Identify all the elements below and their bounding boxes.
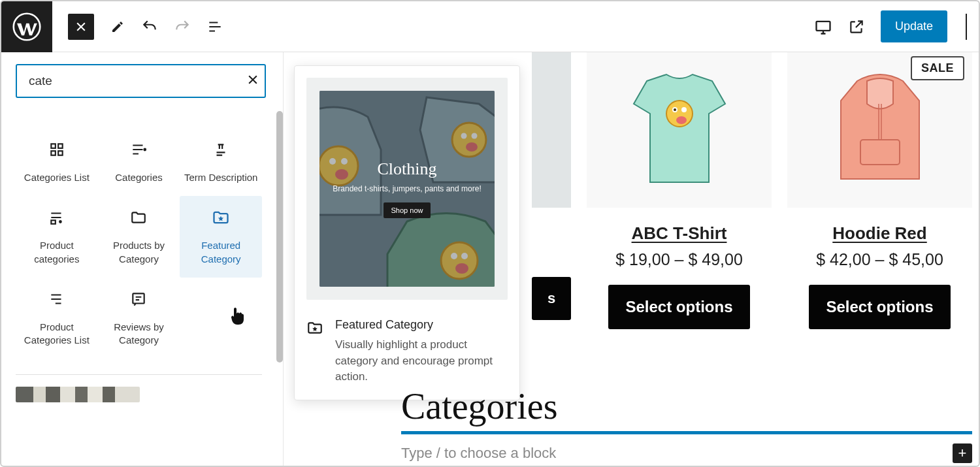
svg-point-12: [681, 107, 687, 112]
external-view-icon[interactable]: [848, 18, 865, 35]
inserter-scrollbar[interactable]: [276, 111, 283, 362]
preview-description: Visually highlight a product category an…: [335, 337, 508, 385]
toolbar-left: [52, 14, 223, 40]
document-outline-icon[interactable]: [206, 18, 223, 35]
featured-category-icon: [212, 205, 230, 230]
redo-icon[interactable]: [174, 18, 191, 35]
term-description-icon: [212, 137, 229, 162]
list-indent-icon: [48, 287, 65, 312]
svg-rect-4: [51, 151, 56, 155]
block-inserter-panel: Categories List Categories Term Descript…: [1, 52, 284, 466]
block-label: Categories List: [24, 171, 90, 184]
svg-rect-3: [58, 144, 63, 148]
toolbar-right: Update: [798, 10, 979, 42]
preview-hero: Clothing Branded t-shirts, jumpers, pant…: [306, 78, 508, 300]
product-card-partial: s: [532, 52, 571, 329]
featured-category-icon: [306, 319, 323, 385]
block-label: Featured Category: [184, 239, 258, 266]
svg-point-8: [59, 221, 61, 223]
block-categories-list[interactable]: Categories List: [16, 128, 98, 196]
svg-rect-2: [51, 144, 56, 148]
undo-icon[interactable]: [141, 18, 158, 35]
block-label: Reviews by Category: [102, 321, 176, 347]
editor-canvas: s ABC T-Shirt $ 19,00 – $ 49,00 Select o…: [284, 52, 979, 466]
svg-point-14: [676, 116, 687, 124]
block-label: Term Description: [184, 171, 258, 184]
add-block-button[interactable]: +: [953, 443, 972, 463]
clear-search-icon[interactable]: [246, 73, 259, 89]
desktop-preview-icon[interactable]: [814, 18, 832, 36]
product-card-2[interactable]: SALE Hoodie Red $ 42,00 – $ 45,00 Select…: [787, 52, 972, 329]
svg-rect-1: [816, 21, 830, 30]
product-image: [587, 52, 772, 208]
product-title[interactable]: ABC T-Shirt: [632, 223, 727, 244]
preview-hero-sub: Branded t-shirts, jumpers, pants and mor…: [333, 184, 481, 193]
categories-heading[interactable]: Categories: [401, 385, 972, 427]
selection-underline: [401, 431, 972, 434]
block-products-by-category[interactable]: Products by Category: [98, 196, 180, 278]
categories-icon: [130, 137, 147, 162]
product-image: [532, 52, 571, 208]
sale-badge: SALE: [911, 56, 964, 80]
svg-rect-9: [133, 293, 144, 303]
pattern-thumbnail[interactable]: [16, 387, 140, 402]
select-options-button[interactable]: Select options: [809, 285, 950, 329]
block-label: Product categories: [20, 239, 94, 266]
block-search-input[interactable]: [16, 64, 266, 98]
block-label: Product Categories List: [20, 321, 94, 347]
block-label: Products by Category: [102, 239, 176, 266]
svg-point-13: [674, 108, 676, 111]
product-card-1[interactable]: ABC T-Shirt $ 19,00 – $ 49,00 Select opt…: [587, 52, 772, 329]
product-row: s ABC T-Shirt $ 19,00 – $ 49,00 Select o…: [532, 52, 972, 329]
svg-rect-7: [51, 221, 56, 224]
product-categories-icon: [48, 205, 65, 230]
product-title[interactable]: Hoodie Red: [832, 223, 926, 244]
block-reviews-by-category[interactable]: Reviews by Category: [98, 278, 180, 359]
editor-topbar: Update: [1, 1, 979, 52]
pattern-preview-row: [16, 375, 276, 402]
wordpress-logo[interactable]: [1, 1, 52, 52]
product-price: $ 19,00 – $ 49,00: [615, 250, 743, 269]
preview-hero-image: Clothing Branded t-shirts, jumpers, pant…: [319, 91, 495, 287]
svg-point-6: [144, 149, 146, 151]
settings-panel-edge[interactable]: [966, 14, 972, 40]
folder-icon: [130, 205, 147, 230]
close-inserter-button[interactable]: [68, 14, 94, 40]
edit-icon[interactable]: [110, 19, 125, 35]
select-options-button[interactable]: s: [532, 277, 571, 320]
block-results-grid: Categories List Categories Term Descript…: [16, 128, 276, 359]
grid-icon: [48, 137, 65, 162]
block-categories[interactable]: Categories: [98, 128, 180, 196]
product-price: $ 42,00 – $ 45,00: [816, 250, 943, 269]
update-button[interactable]: Update: [881, 10, 947, 42]
slash-placeholder[interactable]: Type / to choose a block: [401, 445, 556, 462]
review-icon: [130, 287, 147, 312]
block-product-categories-list[interactable]: Product Categories List: [16, 278, 98, 359]
preview-title: Featured Category: [335, 318, 508, 332]
block-featured-category[interactable]: Featured Category: [180, 196, 262, 278]
block-label: Categories: [115, 171, 163, 184]
preview-hero-cta: Shop now: [384, 202, 431, 218]
block-term-description[interactable]: Term Description: [180, 128, 262, 196]
svg-rect-5: [58, 151, 63, 155]
preview-hero-title: Clothing: [377, 159, 436, 179]
block-product-categories[interactable]: Product categories: [16, 196, 98, 278]
select-options-button[interactable]: Select options: [608, 285, 749, 329]
block-preview-popover: Clothing Branded t-shirts, jumpers, pant…: [294, 65, 520, 400]
categories-block[interactable]: Categories Type / to choose a block +: [401, 385, 972, 463]
